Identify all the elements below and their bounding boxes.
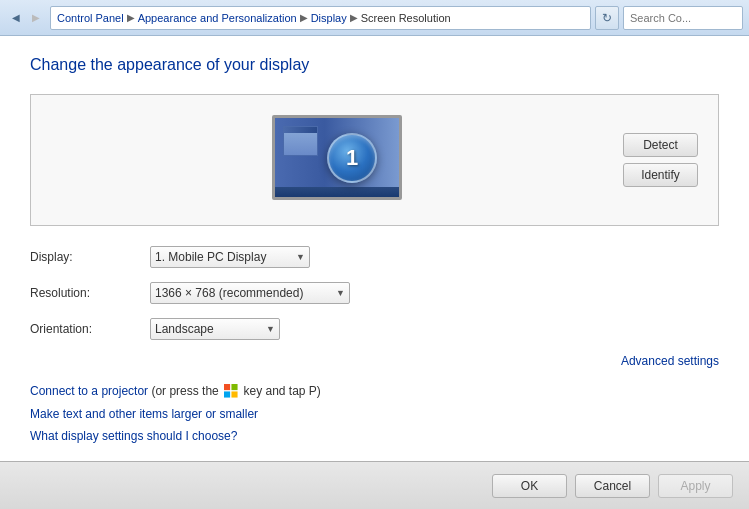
text-size-link-row: Make text and other items larger or smal… xyxy=(30,407,719,421)
projector-link-row: Connect to a projector (or press the key… xyxy=(30,384,719,399)
resolution-dropdown-arrow: ▼ xyxy=(336,288,345,298)
identify-button[interactable]: Identify xyxy=(623,163,698,187)
monitor-number: 1 xyxy=(327,133,377,183)
windows-logo-icon xyxy=(224,384,238,398)
orientation-dropdown[interactable]: Landscape ▼ xyxy=(150,318,280,340)
display-dropdown-arrow: ▼ xyxy=(296,252,305,262)
search-input[interactable] xyxy=(623,6,743,30)
text-size-link[interactable]: Make text and other items larger or smal… xyxy=(30,407,258,421)
connect-projector-link[interactable]: Connect to a projector xyxy=(30,384,148,398)
main-content: Change the appearance of your display 1 … xyxy=(0,36,749,461)
forward-button[interactable]: ▶ xyxy=(26,8,46,28)
svg-rect-1 xyxy=(232,384,238,390)
orientation-value: Landscape xyxy=(155,322,214,336)
advanced-settings-row: Advanced settings xyxy=(30,354,719,368)
monitor-taskbar xyxy=(275,187,399,197)
orientation-row: Orientation: Landscape ▼ xyxy=(30,318,719,340)
breadcrumb-appearance[interactable]: Appearance and Personalization xyxy=(138,12,297,24)
display-settings-link[interactable]: What display settings should I choose? xyxy=(30,429,237,443)
detect-identify-buttons: Detect Identify xyxy=(623,133,698,187)
monitor-screen: 1 xyxy=(272,115,402,200)
address-bar: ◀ ▶ Control Panel ▶ Appearance and Perso… xyxy=(0,0,749,36)
breadcrumb-screenresolution: Screen Resolution xyxy=(361,12,451,24)
svg-rect-2 xyxy=(224,391,230,397)
resolution-dropdown[interactable]: 1366 × 768 (recommended) ▼ xyxy=(150,282,350,304)
display-label: Display: xyxy=(30,250,150,264)
display-settings-link-row: What display settings should I choose? xyxy=(30,429,719,443)
svg-rect-0 xyxy=(224,384,230,390)
bottom-links: Connect to a projector (or press the key… xyxy=(30,384,719,443)
display-row: Display: 1. Mobile PC Display ▼ xyxy=(30,246,719,268)
monitor-inner: 1 xyxy=(275,118,399,197)
orientation-label: Orientation: xyxy=(30,322,150,336)
display-dropdown[interactable]: 1. Mobile PC Display ▼ xyxy=(150,246,310,268)
resolution-label: Resolution: xyxy=(30,286,150,300)
display-value: 1. Mobile PC Display xyxy=(155,250,266,264)
resolution-row: Resolution: 1366 × 768 (recommended) ▼ xyxy=(30,282,719,304)
apply-button[interactable]: Apply xyxy=(658,474,733,498)
advanced-settings-link[interactable]: Advanced settings xyxy=(621,354,719,368)
monitor-preview: 1 xyxy=(51,115,623,205)
bottom-bar: OK Cancel Apply xyxy=(0,461,749,509)
breadcrumb-display[interactable]: Display xyxy=(311,12,347,24)
ok-button[interactable]: OK xyxy=(492,474,567,498)
monitor-image: 1 xyxy=(272,115,402,205)
orientation-dropdown-arrow: ▼ xyxy=(266,324,275,334)
breadcrumb: Control Panel ▶ Appearance and Personali… xyxy=(50,6,591,30)
monitor-window xyxy=(283,126,318,156)
monitor-window-titlebar xyxy=(284,127,317,133)
detect-button[interactable]: Detect xyxy=(623,133,698,157)
refresh-button[interactable]: ↻ xyxy=(595,6,619,30)
page-title: Change the appearance of your display xyxy=(30,56,719,74)
cancel-button[interactable]: Cancel xyxy=(575,474,650,498)
breadcrumb-controlpanel[interactable]: Control Panel xyxy=(57,12,124,24)
display-preview-area: 1 Detect Identify xyxy=(30,94,719,226)
resolution-value: 1366 × 768 (recommended) xyxy=(155,286,303,300)
svg-rect-3 xyxy=(232,391,238,397)
back-button[interactable]: ◀ xyxy=(6,8,26,28)
